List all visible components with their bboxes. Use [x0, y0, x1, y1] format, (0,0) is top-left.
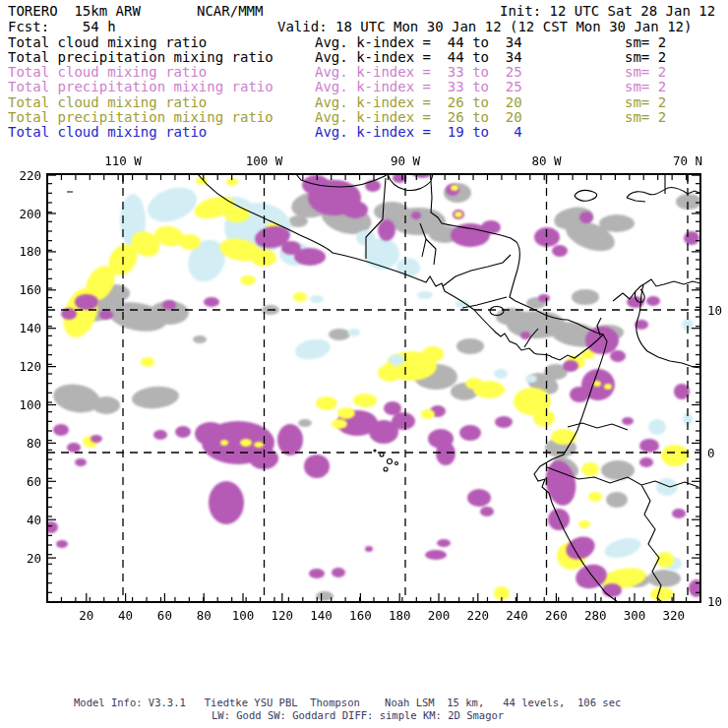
cloud-blobs-cyan-accent: [389, 354, 404, 366]
x-axis-tick-label: 320: [663, 608, 686, 623]
y-axis-tick-label: 40: [27, 513, 41, 527]
y-axis-tick-label: 100: [19, 397, 41, 412]
y-axis-tick-label: 180: [19, 244, 41, 259]
latitude-label: 10 N: [707, 303, 728, 318]
x-axis-tick-label: 20: [79, 608, 93, 623]
x-axis-tick-label: 40: [118, 608, 133, 623]
latitude-label: 10 S: [707, 594, 728, 609]
longitude-label: 80 W: [531, 153, 562, 168]
galapagos-island: [395, 462, 398, 465]
x-axis-tick-label: 300: [624, 608, 646, 623]
x-axis-tick-label: 280: [584, 608, 607, 623]
y-axis-tick-label: 20: [27, 551, 41, 566]
x-axis-tick-label: 160: [349, 608, 372, 623]
island-jamaica: [575, 190, 597, 201]
x-axis-tick-label: 100: [232, 608, 255, 623]
y-axis-tick-label: 220: [19, 168, 41, 183]
y-axis-tick-label: 60: [27, 474, 41, 489]
x-axis-tick-label: 200: [428, 608, 451, 623]
y-axis-tick-label: 120: [19, 359, 41, 374]
longitude-label: 110 W: [104, 153, 142, 168]
x-axis-tick-label: 260: [545, 608, 568, 623]
x-axis-tick-label: 220: [467, 608, 490, 623]
forecast-map-svg: 2040608010012014016018020022020406080100…: [0, 0, 728, 728]
x-axis-tick-label: 120: [272, 608, 294, 623]
y-axis-tick-label: 140: [19, 321, 41, 335]
longitude-label: 90 W: [391, 153, 421, 168]
galapagos-island: [384, 467, 388, 471]
x-axis-tick-label: 180: [389, 608, 411, 623]
y-axis-tick-label: 160: [19, 282, 41, 297]
model-info-line-1: Model Info: V3.3.1 Tiedtke YSU PBL Thomp…: [74, 697, 621, 708]
x-axis-tick-label: 60: [157, 608, 172, 623]
longitude-label: 100 W: [246, 153, 283, 168]
x-axis-tick-label: 140: [310, 608, 333, 623]
x-axis-tick-label: 80: [197, 608, 212, 623]
y-axis-tick-label: 80: [27, 436, 41, 451]
longitude-label: 70 N: [673, 153, 702, 168]
model-info-line-2: LW: Godd SW: Goddard DIFF: simple KM: 2D…: [212, 709, 504, 721]
x-axis-tick-label: 240: [506, 608, 528, 623]
y-axis-tick-label: 200: [19, 207, 41, 221]
galapagos-island: [374, 450, 376, 452]
forecast-map: 2040608010012014016018020022020406080100…: [0, 0, 728, 728]
galapagos-island: [388, 459, 393, 464]
latitude-label: 0: [707, 446, 715, 460]
